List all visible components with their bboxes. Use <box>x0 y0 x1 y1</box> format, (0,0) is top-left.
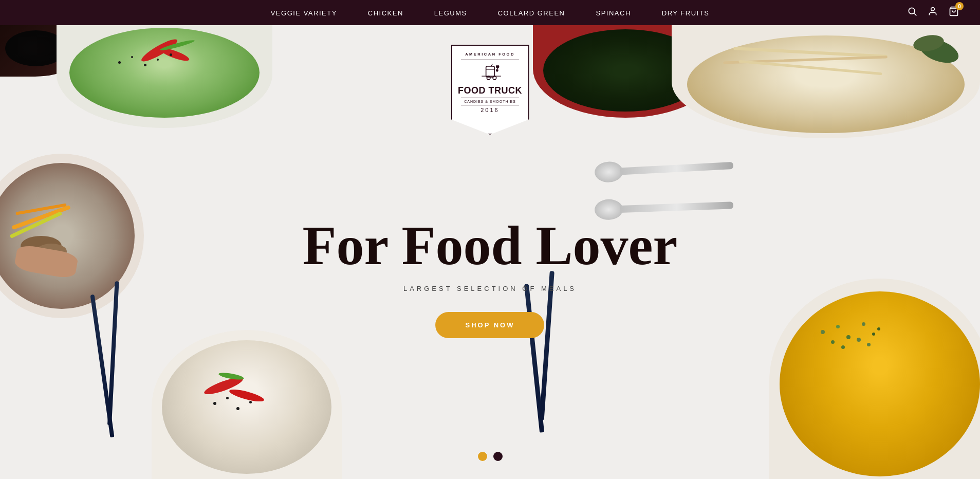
nav-link-legums[interactable]: LEGUMS <box>434 9 467 17</box>
nav-item-spinach[interactable]: SPINACH <box>596 8 631 17</box>
nav-links: VEGGIE VARIETY CHICKEN LEGUMS COLLARD GR… <box>271 8 710 17</box>
logo-badge: AMERICAN FOOD FOOD TRUCK CANDIES & SMOOT… <box>451 45 529 135</box>
nav-link-spinach[interactable]: SPINACH <box>596 9 631 17</box>
svg-rect-4 <box>486 66 494 77</box>
nav-link-dryfruits[interactable]: DRY FRUITS <box>662 9 710 17</box>
nav-link-collard[interactable]: COLLARD GREEN <box>498 9 565 17</box>
shop-now-button[interactable]: SHOP NOW <box>436 312 545 338</box>
food-truck-icon <box>477 64 503 84</box>
nav-icons: 0 <box>907 6 959 19</box>
hero-title: For Food Lover <box>303 218 678 273</box>
cart-count-badge: 0 <box>955 2 964 10</box>
svg-line-1 <box>914 13 916 15</box>
bottom-center-bowl <box>152 330 342 479</box>
main-left-bowl <box>0 154 144 318</box>
nav-item-legums[interactable]: LEGUMS <box>434 8 467 17</box>
yellow-soup-bowl <box>769 279 980 479</box>
svg-point-2 <box>931 8 935 11</box>
nav-item-collard[interactable]: COLLARD GREEN <box>498 8 565 17</box>
nav-item-veggie[interactable]: VEGGIE VARIETY <box>271 8 337 17</box>
svg-point-0 <box>909 8 915 14</box>
logo-sub-text: CANDIES & SMOOTHIES <box>464 100 516 103</box>
nav-item-chicken[interactable]: CHICKEN <box>368 8 403 17</box>
nav-link-chicken[interactable]: CHICKEN <box>368 9 403 17</box>
carousel-dot-1[interactable] <box>478 452 487 461</box>
hero-section: AMERICAN FOOD FOOD TRUCK CANDIES & SMOOT… <box>0 25 980 479</box>
noodle-bowl-top-right <box>672 25 980 138</box>
chopsticks-left <box>100 294 115 438</box>
cart-wrapper[interactable]: 0 <box>948 6 959 19</box>
main-nav: VEGGIE VARIETY CHICKEN LEGUMS COLLARD GR… <box>0 0 980 25</box>
logo-divider-top <box>461 60 519 60</box>
green-soup-bowl <box>57 25 272 128</box>
hero-content: For Food Lover LARGEST SELECTION OF MEAL… <box>303 218 678 338</box>
logo-main-text: FOOD TRUCK <box>458 86 522 96</box>
logo-divider-mid <box>461 98 519 98</box>
nav-item-dryfruits[interactable]: DRY FRUITS <box>662 8 710 17</box>
logo-arc-text: AMERICAN FOOD <box>465 52 515 57</box>
user-icon[interactable] <box>928 6 938 19</box>
hero-subtitle: LARGEST SELECTION OF MEALS <box>303 285 678 292</box>
carousel-dot-2[interactable] <box>493 452 503 461</box>
nav-link-veggie[interactable]: VEGGIE VARIETY <box>271 9 337 17</box>
carousel-dots <box>478 452 503 461</box>
search-icon[interactable] <box>907 6 917 19</box>
spoons-area <box>595 159 733 218</box>
logo-divider-bot <box>461 105 519 105</box>
logo-year: 2016 <box>480 107 499 113</box>
